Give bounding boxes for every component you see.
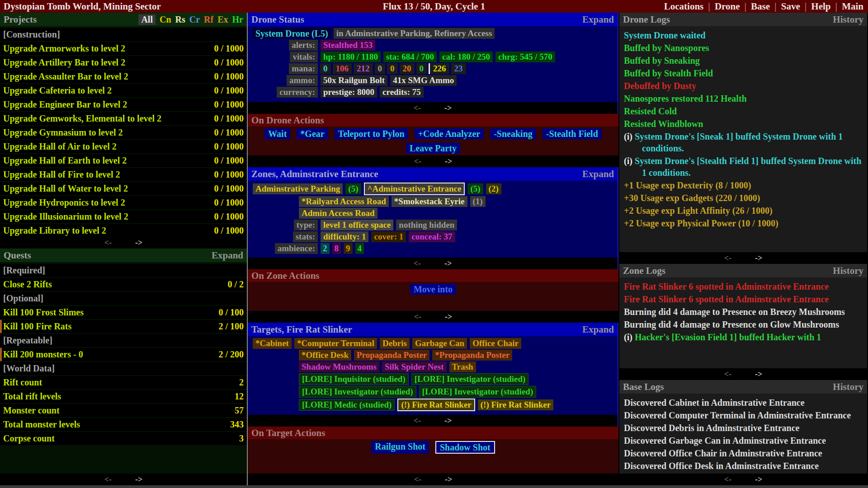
pager-prev[interactable]: <- [414, 416, 421, 426]
zone-adminstrative-parking[interactable]: Adminstrative Parking [253, 183, 343, 194]
zone-4[interactable]: 4 [355, 243, 364, 254]
pager-next[interactable]: -> [135, 238, 142, 248]
pager-next[interactable]: -> [444, 103, 452, 113]
pager-prev[interactable]: <- [414, 103, 421, 113]
menu-drone[interactable]: Drone [715, 1, 740, 12]
target-office-chair[interactable]: Office Chair [470, 338, 521, 349]
filter-hr[interactable]: Hr [232, 14, 243, 25]
project-row[interactable]: Upgrade Hall of Fire to level 20 / 1000 [0, 168, 247, 181]
pager-prev[interactable]: <- [724, 475, 731, 484]
menu-help[interactable]: Help [811, 1, 830, 12]
drone-name-chip[interactable]: System Drone (L5) [253, 28, 331, 39]
quest-row[interactable]: Corpse count3 [0, 432, 247, 445]
zone-2[interactable]: (2) [486, 183, 501, 194]
pager-prev[interactable]: <- [414, 312, 421, 322]
pager-next[interactable]: -> [445, 157, 452, 166]
pager-next[interactable]: -> [445, 475, 452, 484]
quests-expand-button[interactable]: Expand [212, 250, 243, 261]
zone-cover-1[interactable]: cover: 1 [371, 231, 406, 242]
zones-expand-button[interactable]: Expand [582, 169, 614, 180]
filter-all[interactable]: All [138, 14, 156, 25]
quest-row[interactable]: Monster count57 [0, 404, 247, 417]
target-action-shadow-shot[interactable]: Shadow Shot [435, 441, 495, 454]
filter-ex[interactable]: Ex [217, 14, 228, 25]
filter-cr[interactable]: Cr [189, 14, 200, 25]
target-debris[interactable]: Debris [380, 338, 410, 349]
menu-base[interactable]: Base [751, 1, 770, 12]
target-lore-inquisitor-studied[interactable]: [LORE] Inquisitor (studied) [299, 373, 409, 385]
pager-prev[interactable]: <- [414, 259, 421, 268]
base-logs-history-button[interactable]: History [833, 381, 863, 393]
pager-prev[interactable]: <- [104, 238, 112, 248]
pager-next[interactable]: -> [445, 312, 452, 322]
zone-logs-history-button[interactable]: History [833, 265, 863, 277]
target-fire-rat-slinker[interactable]: (!) Fire Rat Slinker [478, 399, 553, 410]
project-row[interactable]: Upgrade Gemworks, Elemental to level 20 … [0, 112, 247, 125]
pager-prev[interactable]: <- [414, 475, 421, 484]
zone-admin-access-road[interactable]: Admin Access Road [299, 208, 377, 219]
target-shadow-mushrooms[interactable]: Shadow Mushrooms [299, 361, 379, 372]
target-cabinet[interactable]: *Cabinet [253, 338, 292, 349]
zone-railyard-access-road[interactable]: *Railyard Access Road [299, 196, 389, 207]
filter-rs[interactable]: Rs [175, 14, 185, 25]
target-lore-investigator-studied[interactable]: [LORE] Investigator (studied) [419, 386, 537, 398]
action-leave-party[interactable]: Leave Party [406, 143, 460, 154]
quest-row[interactable]: Close 2 Rifts0 / 2 [0, 278, 247, 291]
target-garbage-can[interactable]: Garbage Can [412, 338, 467, 349]
drone-logs-history-button[interactable]: History [833, 14, 863, 25]
pager-prev[interactable]: <- [724, 370, 731, 379]
menu-locations[interactable]: Locations [664, 1, 704, 12]
action-sneaking[interactable]: -Sneaking [490, 128, 536, 139]
target-action-railgun-shot[interactable]: Railgun Shot [371, 441, 429, 454]
pager-prev[interactable]: <- [724, 253, 731, 263]
project-row[interactable]: Upgrade Gymnasium to level 20 / 1000 [0, 126, 247, 139]
action-teleport-to-pylon[interactable]: Teleport to Pylon [335, 128, 408, 139]
pager-next[interactable]: -> [444, 259, 452, 268]
zone-action-move-into[interactable]: Move into [410, 284, 456, 295]
drone-status-expand-button[interactable]: Expand [582, 14, 614, 25]
project-row[interactable]: Upgrade Assaulter Bar to level 20 / 1000 [0, 70, 247, 83]
target-office-desk[interactable]: *Office Desk [299, 350, 351, 361]
menu-main[interactable]: Main [842, 1, 863, 12]
zone-smokestack-eyrie[interactable]: *Smokestack Eyrie [392, 196, 467, 207]
zone-nothing-hidden[interactable]: nothing hidden [396, 220, 457, 230]
project-row[interactable]: Upgrade Artillery Bar to level 20 / 1000 [0, 56, 247, 69]
zone-2[interactable]: 2 [321, 243, 330, 254]
project-row[interactable]: Upgrade Library to level 20 / 1000 [0, 224, 247, 237]
quest-row[interactable]: Rift count2 [0, 376, 247, 389]
target-trash[interactable]: Trash [449, 361, 476, 372]
zone-level-1-office-space[interactable]: level 1 office space [321, 220, 393, 230]
zone-5[interactable]: (5) [467, 183, 483, 194]
menu-save[interactable]: Save [781, 1, 800, 12]
filter-cn[interactable]: Cn [160, 14, 171, 25]
targets-expand-button[interactable]: Expand [582, 324, 614, 335]
project-row[interactable]: Upgrade Hall of Water to level 20 / 1000 [0, 182, 247, 195]
action-stealth-field[interactable]: -Stealth Field [542, 128, 602, 139]
zone-5[interactable]: (5) [345, 183, 361, 194]
pager-prev[interactable]: <- [104, 475, 112, 484]
zone-8[interactable]: 8 [332, 243, 341, 254]
target-propaganda-poster[interactable]: *Propaganda Poster [432, 350, 512, 361]
project-row[interactable]: Upgrade Hydroponics to level 20 / 1000 [0, 196, 247, 209]
action-code-analyzer[interactable]: +Code Analyzer [415, 128, 484, 139]
quest-row[interactable]: Kill 200 monsters - 02 / 200 [0, 348, 247, 361]
action-gear[interactable]: *Gear [297, 128, 328, 139]
project-row[interactable]: Upgrade Armorworks to level 20 / 1000 [0, 42, 247, 55]
zone-difficulty-1[interactable]: difficulty: 1 [321, 231, 368, 242]
pager-prev[interactable]: <- [414, 157, 421, 166]
quest-row[interactable]: Total rift levels12 [0, 390, 247, 403]
target-lore-investigator-studied[interactable]: [LORE] Investigator (studied) [299, 386, 416, 398]
quest-row[interactable]: Kill 100 Fire Rats2 / 100 [0, 320, 247, 333]
project-row[interactable]: Upgrade Hall of Air to level 20 / 1000 [0, 140, 247, 153]
project-row[interactable]: Upgrade Engineer Bar to level 20 / 1000 [0, 98, 247, 111]
pager-next[interactable]: -> [755, 253, 762, 263]
target-fire-rat-slinker[interactable]: (!) Fire Rat Slinker [397, 399, 475, 411]
pager-next[interactable]: -> [444, 416, 452, 426]
project-row[interactable]: Upgrade Hall of Earth to level 20 / 1000 [0, 154, 247, 167]
target-propaganda-poster[interactable]: Propaganda Poster [354, 350, 429, 361]
project-row[interactable]: Upgrade Cafeteria to level 20 / 1000 [0, 84, 247, 97]
action-wait[interactable]: Wait [264, 128, 290, 139]
zone-conceal-37[interactable]: conceal: 37 [409, 231, 455, 242]
zone-adminstrative-entrance[interactable]: ^Adminstrative Entrance [364, 183, 465, 195]
target-lore-medic-studied[interactable]: [LORE] Medic (studied) [299, 399, 395, 411]
